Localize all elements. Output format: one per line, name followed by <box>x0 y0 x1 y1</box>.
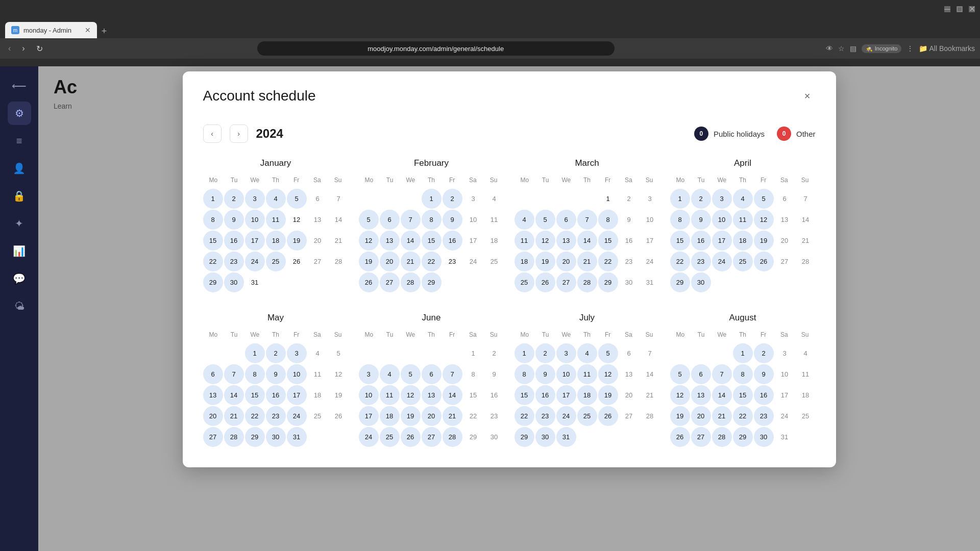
day-cell[interactable]: 4 <box>380 364 400 384</box>
maximize-button[interactable]: □ <box>957 6 963 12</box>
day-cell[interactable]: 7 <box>796 189 816 209</box>
day-cell[interactable]: 11 <box>733 210 753 230</box>
day-cell[interactable]: 16 <box>484 385 504 405</box>
day-cell[interactable]: 23 <box>619 252 639 271</box>
day-cell[interactable]: 22 <box>514 406 534 426</box>
day-cell[interactable]: 21 <box>577 252 597 271</box>
day-cell[interactable]: 23 <box>224 252 244 271</box>
prev-year-button[interactable]: ‹ <box>203 124 222 143</box>
day-cell[interactable]: 1 <box>203 189 223 209</box>
day-cell[interactable]: 27 <box>380 272 400 292</box>
day-cell[interactable]: 11 <box>266 210 286 230</box>
day-cell[interactable]: 2 <box>484 343 504 363</box>
day-cell[interactable]: 25 <box>308 406 328 426</box>
day-cell[interactable]: 13 <box>203 385 223 405</box>
day-cell[interactable]: 2 <box>691 189 711 209</box>
address-input[interactable] <box>257 41 615 56</box>
day-cell[interactable]: 24 <box>640 252 660 271</box>
day-cell[interactable]: 29 <box>670 272 690 292</box>
day-cell[interactable]: 6 <box>775 189 795 209</box>
day-cell[interactable]: 11 <box>514 231 534 251</box>
sidebar-item-security[interactable]: 🔒 <box>8 184 31 208</box>
day-cell[interactable]: 7 <box>401 210 421 230</box>
day-cell[interactable]: 12 <box>535 231 555 251</box>
day-cell[interactable]: 26 <box>598 406 618 426</box>
day-cell[interactable]: 24 <box>712 252 732 271</box>
day-cell[interactable]: 29 <box>514 427 534 447</box>
day-cell[interactable]: 18 <box>380 406 400 426</box>
day-cell[interactable]: 8 <box>514 364 534 384</box>
day-cell[interactable]: 13 <box>380 231 400 251</box>
day-cell[interactable]: 25 <box>266 252 286 271</box>
day-cell[interactable]: 21 <box>712 406 732 426</box>
day-cell[interactable]: 26 <box>670 427 690 447</box>
day-cell[interactable]: 11 <box>308 364 328 384</box>
day-cell[interactable]: 23 <box>443 252 462 271</box>
day-cell[interactable]: 4 <box>266 189 286 209</box>
day-cell[interactable]: 3 <box>463 189 483 209</box>
day-cell[interactable]: 1 <box>598 189 618 209</box>
day-cell[interactable]: 26 <box>754 252 774 271</box>
day-cell[interactable]: 5 <box>754 189 774 209</box>
day-cell[interactable]: 24 <box>245 252 265 271</box>
day-cell[interactable]: 5 <box>598 343 618 363</box>
day-cell[interactable]: 20 <box>775 231 795 251</box>
day-cell[interactable]: 26 <box>359 272 379 292</box>
day-cell[interactable]: 10 <box>556 364 576 384</box>
day-cell[interactable]: 12 <box>598 364 618 384</box>
day-cell[interactable]: 15 <box>203 231 223 251</box>
sidebar-item-menu[interactable]: ≡ <box>8 129 31 153</box>
day-cell[interactable]: 14 <box>443 385 462 405</box>
day-cell[interactable]: 29 <box>422 272 442 292</box>
day-cell[interactable]: 19 <box>754 231 774 251</box>
day-cell[interactable]: 6 <box>203 364 223 384</box>
day-cell[interactable]: 3 <box>712 189 732 209</box>
day-cell[interactable]: 19 <box>535 252 555 271</box>
day-cell[interactable]: 7 <box>443 364 462 384</box>
day-cell[interactable]: 5 <box>359 210 379 230</box>
day-cell[interactable]: 2 <box>535 343 555 363</box>
day-cell[interactable]: 2 <box>443 189 462 209</box>
day-cell[interactable]: 20 <box>556 252 576 271</box>
day-cell[interactable]: 27 <box>308 252 328 271</box>
day-cell[interactable]: 25 <box>514 272 534 292</box>
day-cell[interactable]: 9 <box>224 210 244 230</box>
day-cell[interactable]: 4 <box>484 189 504 209</box>
day-cell[interactable]: 15 <box>598 231 618 251</box>
day-cell[interactable]: 19 <box>670 406 690 426</box>
day-cell[interactable]: 20 <box>619 385 639 405</box>
day-cell[interactable]: 30 <box>224 272 244 292</box>
close-button[interactable]: ✕ <box>969 6 975 12</box>
day-cell[interactable]: 10 <box>640 210 660 230</box>
day-cell[interactable]: 30 <box>484 427 504 447</box>
modal-close-button[interactable]: × <box>799 88 816 104</box>
day-cell[interactable]: 16 <box>224 231 244 251</box>
day-cell[interactable]: 27 <box>691 427 711 447</box>
day-cell[interactable]: 15 <box>670 231 690 251</box>
day-cell[interactable]: 22 <box>463 406 483 426</box>
day-cell[interactable]: 14 <box>640 364 660 384</box>
day-cell[interactable]: 11 <box>577 364 597 384</box>
day-cell[interactable]: 24 <box>463 252 483 271</box>
day-cell[interactable]: 31 <box>556 427 576 447</box>
day-cell[interactable]: 29 <box>245 427 265 447</box>
day-cell[interactable]: 10 <box>712 210 732 230</box>
day-cell[interactable]: 20 <box>691 406 711 426</box>
day-cell[interactable]: 24 <box>359 427 379 447</box>
day-cell[interactable]: 21 <box>796 231 816 251</box>
day-cell[interactable]: 30 <box>266 427 286 447</box>
day-cell[interactable]: 27 <box>203 427 223 447</box>
day-cell[interactable]: 6 <box>691 364 711 384</box>
day-cell[interactable]: 16 <box>691 231 711 251</box>
day-cell[interactable]: 20 <box>308 231 328 251</box>
day-cell[interactable]: 21 <box>224 406 244 426</box>
day-cell[interactable]: 18 <box>733 231 753 251</box>
day-cell[interactable]: 11 <box>380 385 400 405</box>
day-cell[interactable]: 13 <box>422 385 442 405</box>
day-cell[interactable]: 28 <box>401 272 421 292</box>
day-cell[interactable]: 27 <box>775 252 795 271</box>
day-cell[interactable]: 10 <box>463 210 483 230</box>
day-cell[interactable]: 6 <box>308 189 328 209</box>
day-cell[interactable]: 7 <box>640 343 660 363</box>
day-cell[interactable]: 22 <box>598 252 618 271</box>
